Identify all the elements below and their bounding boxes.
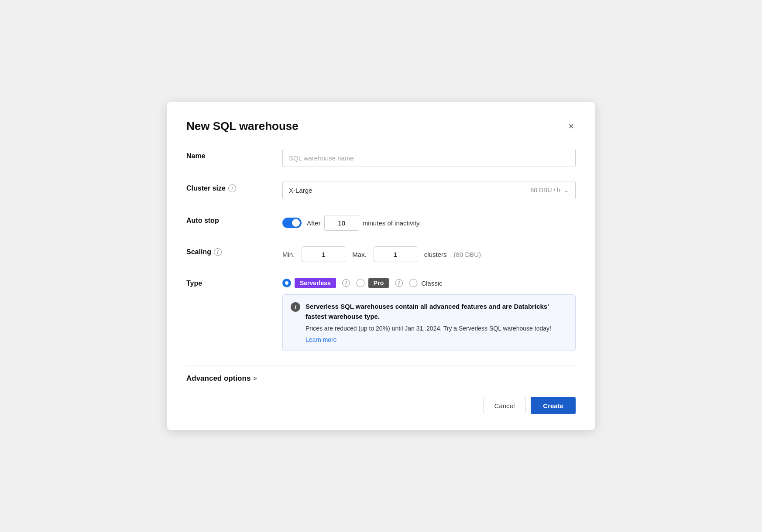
auto-stop-toggle[interactable] [282,218,302,228]
chevron-down-icon: ⌄ [564,187,569,194]
cluster-size-row: Cluster size i X-Large 80 DBU / h ⌄ [186,181,576,199]
pro-info-icon[interactable]: i [395,279,403,287]
cluster-size-info-icon[interactable]: i [228,184,236,192]
scaling-inner: Min. Max. clusters (80 DBU) [282,245,576,262]
cluster-size-control: X-Large 80 DBU / h ⌄ [282,181,576,199]
dialog-header: New SQL warehouse × [186,119,576,133]
serverless-info-icon[interactable]: i [342,279,350,287]
type-option-pro[interactable]: Pro [356,278,389,288]
chevron-right-icon: > [253,375,257,382]
scaling-min-input[interactable] [302,246,345,262]
type-options: Serverless i Pro i Classic [282,276,576,288]
divider [186,365,576,365]
scaling-row: Scaling i Min. Max. clusters (80 DBU) [186,245,576,262]
toggle-track [282,218,302,228]
toggle-thumb [292,219,300,227]
scaling-min-label: Min. [282,251,295,258]
classic-label: Classic [421,280,442,287]
type-label: Type [186,276,282,287]
learn-more-link[interactable]: Learn more [305,336,337,343]
scaling-clusters-text: clusters [424,251,447,258]
classic-radio[interactable] [409,279,418,287]
info-box-icon: i [291,302,300,312]
auto-stop-label: Auto stop [186,213,282,225]
type-info-box: i Serverless SQL warehouses contain all … [282,294,576,351]
close-button[interactable]: × [566,120,576,133]
name-label: Name [186,149,282,160]
info-box-content: Serverless SQL warehouses contain all ad… [305,302,567,344]
cluster-size-dbu: 80 DBU / h ⌄ [531,187,569,194]
info-box-title: Serverless SQL warehouses contain all ad… [305,302,567,321]
create-button[interactable]: Create [531,397,576,414]
serverless-radio[interactable] [282,279,291,287]
pro-badge: Pro [368,278,389,288]
new-sql-warehouse-dialog: New SQL warehouse × Name Cluster size i … [167,102,595,430]
cancel-button[interactable]: Cancel [484,397,526,414]
dialog-title: New SQL warehouse [186,119,299,133]
advanced-options-toggle[interactable]: Advanced options > [186,374,576,383]
cluster-size-select[interactable]: X-Large 80 DBU / h ⌄ [282,181,576,199]
scaling-max-label: Max. [352,251,367,258]
auto-stop-inner: After minutes of inactivity. [282,213,576,231]
type-control: Serverless i Pro i Classic i S [282,276,576,351]
auto-stop-text: After minutes of inactivity. [307,215,421,231]
auto-stop-row: Auto stop After minutes of inactivity. [186,213,576,231]
type-option-serverless[interactable]: Serverless [282,278,336,288]
pro-radio[interactable] [356,279,365,287]
auto-stop-control: After minutes of inactivity. [282,213,576,231]
name-input[interactable] [282,149,576,167]
name-row: Name [186,149,576,167]
scaling-label: Scaling i [186,245,282,256]
name-control [282,149,576,167]
cluster-size-value: X-Large [289,187,312,194]
type-row: Type Serverless i Pro i Classic [186,276,576,351]
scaling-info-icon[interactable]: i [214,248,222,256]
scaling-dbu-text: (80 DBU) [454,251,481,258]
scaling-control: Min. Max. clusters (80 DBU) [282,245,576,262]
dialog-footer: Cancel Create [186,397,576,414]
serverless-badge: Serverless [295,278,336,288]
scaling-max-input[interactable] [374,246,417,262]
type-option-classic[interactable]: Classic [409,279,442,287]
cluster-size-label: Cluster size i [186,181,282,192]
info-box-description: Prices are reduced (up to 20%) until Jan… [305,324,567,333]
auto-stop-minutes-input[interactable] [324,215,359,231]
